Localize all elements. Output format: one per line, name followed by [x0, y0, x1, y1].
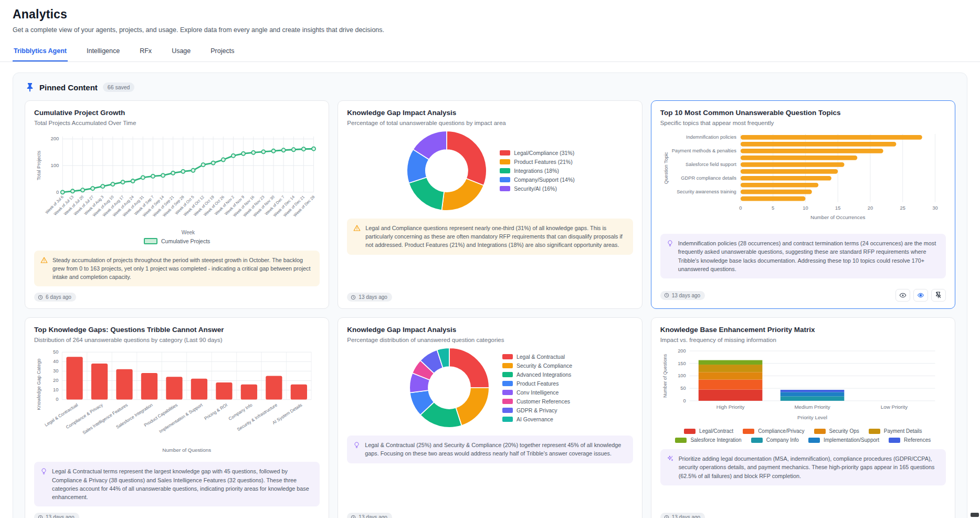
page-subtitle: Get a complete view of your agents, proj…: [13, 26, 967, 34]
legend-swatch: [502, 408, 513, 413]
svg-text:0: 0: [56, 397, 58, 402]
timestamp-text: 13 days ago: [672, 514, 701, 518]
donut-chart-svg: [405, 129, 488, 212]
legend-item: Conv Intelligence: [502, 389, 572, 396]
legend-label: Implementation/Support: [824, 437, 879, 443]
svg-text:100: 100: [50, 162, 59, 168]
svg-text:Sales Intelligence Features: Sales Intelligence Features: [81, 402, 129, 436]
legend-swatch: [144, 238, 157, 244]
warning-triangle-icon: [353, 224, 361, 250]
svg-text:10: 10: [53, 388, 58, 393]
legend-label: Product Features (21%): [514, 159, 572, 165]
card-title: Knowledge Base Enhancement Priority Matr…: [660, 326, 946, 334]
clock-icon: [38, 515, 43, 518]
pin-icon: [26, 82, 34, 92]
tab-usage[interactable]: Usage: [171, 43, 192, 61]
chart-legend: Legal/Compliance (31%)Product Features (…: [500, 150, 575, 192]
view-button[interactable]: [895, 289, 910, 302]
legend-swatch: [743, 429, 754, 434]
stacked-bar-chart: 050100150200High PriorityMedium Priority…: [660, 347, 946, 443]
analytics-tabs: Tribblytics Agent Intelligence RFx Usage…: [0, 43, 980, 62]
card-knowledge-gap-categories[interactable]: Knowledge Gap Impact Analysis Percentage…: [338, 317, 642, 518]
svg-text:Security & Infrastructure: Security & Infrastructure: [236, 402, 279, 432]
horizontal-bar-chart: 051015202530Indemnification policiesPaym…: [660, 130, 946, 227]
insight-text: Steady accumulation of projects througho…: [52, 256, 313, 282]
legend-label: Integrations (18%): [514, 168, 559, 174]
legend-label: Security Ops: [829, 428, 859, 434]
eye-icon: [899, 292, 907, 298]
legend-swatch: [500, 168, 510, 173]
svg-text:100: 100: [678, 374, 686, 379]
bar-chart: 01020304050Legal & ContractualCompliance…: [34, 347, 320, 455]
card-subtitle: Distribution of 264 unanswerable questio…: [34, 337, 320, 343]
legend-swatch: [751, 438, 763, 443]
clock-icon: [664, 293, 669, 298]
legend-swatch: [500, 159, 510, 164]
svg-text:150: 150: [678, 361, 686, 366]
legend-item: Legal & Contractual: [502, 354, 572, 360]
svg-text:GDPR compliance details: GDPR compliance details: [681, 175, 736, 181]
unpin-icon: [935, 292, 942, 299]
svg-text:20: 20: [53, 378, 58, 384]
legend-label: Product Features: [517, 380, 559, 387]
tab-rfx[interactable]: RFx: [139, 43, 153, 61]
insight-note: Legal & Contractual terms represent the …: [34, 462, 320, 506]
legend-swatch: [502, 381, 513, 386]
svg-text:Low Priority: Low Priority: [880, 404, 907, 410]
clock-icon: [351, 515, 356, 518]
clock-icon: [351, 295, 356, 300]
card-top-knowledge-gaps[interactable]: Top Knowledge Gaps: Questions Tribble Ca…: [25, 317, 329, 518]
card-title: Top Knowledge Gaps: Questions Tribble Ca…: [34, 326, 320, 334]
legend-item: Security/AI (16%): [500, 185, 575, 192]
insight-note: Indemnification policies (28 occurrences…: [660, 234, 946, 278]
card-cumulative-project-growth[interactable]: Cumulative Project Growth Total Projects…: [25, 100, 329, 309]
svg-text:30: 30: [932, 205, 937, 211]
pinned-cards-grid: Cumulative Project Growth Total Projects…: [25, 100, 955, 518]
card-top-unanswerable-topics[interactable]: Top 10 Most Common Unanswerable Question…: [651, 100, 955, 309]
legend-item: Legal/Compliance (31%): [500, 150, 575, 156]
insight-view-button[interactable]: [913, 289, 928, 302]
legend-swatch: [889, 438, 900, 443]
lightbulb-icon: [353, 441, 360, 458]
clock-icon: [38, 295, 43, 300]
legend-item: Legal/Contract: [684, 428, 733, 434]
legend-label: Conv Intelligence: [517, 389, 559, 396]
svg-text:Security awareness training: Security awareness training: [677, 189, 736, 194]
saved-count-badge: 66 saved: [103, 82, 135, 92]
lightbulb-icon: [667, 240, 673, 273]
lightbulb-icon: [40, 468, 47, 501]
svg-text:200: 200: [678, 348, 686, 354]
tab-projects[interactable]: Projects: [209, 43, 235, 61]
insight-note: Steady accumulation of projects througho…: [34, 251, 320, 287]
legend-label: Security & Compliance: [517, 362, 572, 369]
timestamp-text: 13 days ago: [359, 294, 387, 300]
legend-item: AI Governance: [502, 416, 572, 422]
card-subtitle: Percentage of total unanswerable questio…: [347, 120, 633, 126]
scrollbar-corner[interactable]: [971, 513, 979, 517]
insight-note: Legal & Contractual (25%) and Security &…: [347, 436, 633, 463]
card-knowledge-gap-impact-areas[interactable]: Knowledge Gap Impact Analysis Percentage…: [338, 100, 642, 309]
svg-text:Priority Level: Priority Level: [797, 415, 827, 420]
insight-text: Indemnification policies (28 occurrences…: [678, 239, 940, 273]
page-title: Analytics: [13, 7, 967, 22]
card-priority-matrix[interactable]: Knowledge Base Enhancement Priority Matr…: [651, 317, 955, 518]
legend-label: References: [904, 437, 931, 443]
legend-label: Legal/Contract: [699, 428, 733, 434]
tab-tribblytics-agent[interactable]: Tribblytics Agent: [13, 43, 68, 61]
tab-intelligence[interactable]: Intelligence: [86, 43, 121, 61]
legend-label: Salesforce Integration: [690, 437, 741, 443]
donut-chart: Legal & ContractualSecurity & Compliance…: [347, 346, 633, 429]
legend-label: Compliance/Privacy: [758, 428, 804, 434]
svg-text:High Priority: High Priority: [716, 404, 744, 410]
chart-legend: Legal/ContractCompliance/PrivacySecurity…: [660, 428, 946, 443]
legend-swatch: [502, 417, 513, 422]
timestamp-text: 13 days ago: [359, 514, 387, 518]
unpin-button[interactable]: [931, 289, 946, 302]
warning-triangle-icon: [40, 256, 48, 282]
legend-item: Implementation/Support: [808, 437, 879, 443]
horizontal-bar-chart-svg: 051015202530Indemnification policiesPaym…: [660, 130, 946, 227]
svg-text:0: 0: [56, 189, 59, 195]
svg-text:Week: Week: [182, 230, 195, 235]
line-chart-svg: 0100200Week of Jul 6Week of Jul 13Week o…: [34, 130, 320, 237]
svg-text:25: 25: [900, 205, 905, 211]
